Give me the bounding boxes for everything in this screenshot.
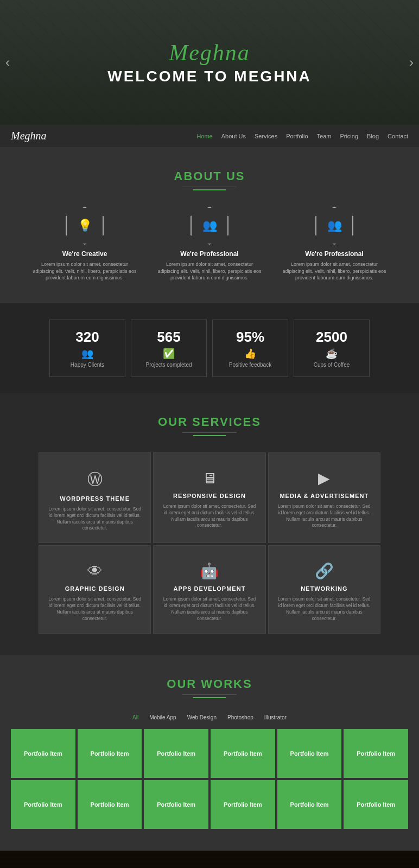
hero-content: Meghna WELCOME TO MEGHNA (107, 40, 312, 85)
service-desc-5: Lorem ipsum dolor sit amet, consectetur.… (277, 596, 371, 622)
nav-brand[interactable]: Meghna (11, 130, 47, 142)
portfolio-item-0[interactable]: Portfolio Item (11, 729, 75, 778)
stat-feedback: 95% 👍 Positive feedback (212, 320, 288, 377)
stat-icon-0: 👥 (61, 348, 114, 360)
stat-number-3: 2500 (305, 329, 358, 346)
service-title-5: NETWORKING (277, 585, 371, 592)
stats-grid: 320 👥 Happy Clients 565 ✅ Projects compl… (11, 320, 408, 377)
service-networking: 🔗 NETWORKING Lorem ipsum dolor sit amet,… (268, 545, 380, 634)
about-item-0: 💡 We're Creative Lorem ipsum dolor sit a… (30, 207, 139, 282)
professional-icon-1: 👥 (191, 207, 228, 245)
services-title-line (182, 432, 237, 433)
nav-links: Home About Us Services Portfolio Team Pr… (196, 133, 408, 139)
filter-all[interactable]: All (132, 714, 138, 720)
portfolio-item-4[interactable]: Portfolio Item (277, 729, 342, 778)
about-desc-0: Lorem ipsum dolor sit amet, consectetur … (30, 261, 139, 282)
navbar: Meghna Home About Us Services Portfolio … (0, 125, 419, 148)
service-wordpress: Ⓦ WORDPRESS THEME Lorem ipsum dolor sit … (39, 452, 151, 544)
service-desc-4: Lorem ipsum dolor sit amet, consectetur.… (162, 596, 256, 622)
hero-next-arrow[interactable]: › (409, 55, 414, 70)
stat-label-1: Projects completed (142, 362, 195, 368)
portfolio-item-6[interactable]: Portfolio Item (11, 780, 75, 829)
services-grid: Ⓦ WORDPRESS THEME Lorem ipsum dolor sit … (39, 452, 380, 634)
about-section: ABOUT US 💡 We're Creative Lorem ipsum do… (0, 148, 419, 303)
service-title-0: WORDPRESS THEME (48, 495, 142, 502)
about-heading-0: We're Creative (30, 250, 139, 258)
about-item-1: 👥 We're Professional Lorem ipsum dolor s… (155, 207, 264, 282)
stats-section: 320 👥 Happy Clients 565 ✅ Projects compl… (0, 303, 419, 393)
about-desc-2: Lorem ipsum dolor sit amet, consectetur … (280, 261, 389, 282)
service-title-4: APPS DEVELOPMENT (162, 585, 256, 592)
about-title: ABOUT US (11, 169, 408, 183)
services-section: OUR SERVICES Ⓦ WORDPRESS THEME Lorem ips… (0, 393, 419, 655)
service-media: ▶ MEDIA & ADVERTISEMENT Lorem ipsum dolo… (268, 452, 380, 544)
stat-projects: 565 ✅ Projects completed (131, 320, 207, 377)
portfolio-item-2[interactable]: Portfolio Item (144, 729, 208, 778)
stat-label-2: Positive feedback (224, 362, 277, 368)
play-icon: ▶ (277, 469, 371, 487)
about-desc-1: Lorem ipsum dolor sit amet, consectetur … (155, 261, 264, 282)
nav-link-about[interactable]: About Us (221, 133, 246, 139)
stat-number-2: 95% (224, 329, 277, 346)
service-desc-1: Lorem ipsum dolor sit amet, consectetur.… (162, 503, 256, 529)
android-icon: 🤖 (162, 562, 256, 580)
stat-happy-clients: 320 👥 Happy Clients (49, 320, 125, 377)
wordpress-icon: Ⓦ (48, 469, 142, 490)
creative-icon: 💡 (66, 207, 104, 245)
works-title-line (182, 694, 237, 695)
service-graphic: 👁 GRAPHIC DESIGN Lorem ipsum dolor sit a… (39, 545, 151, 634)
nav-link-blog[interactable]: Blog (367, 133, 379, 139)
eye-icon: 👁 (48, 562, 142, 580)
stat-coffee: 2500 ☕ Cups of Coffee (294, 320, 370, 377)
stat-number-0: 320 (61, 329, 114, 346)
filter-web[interactable]: Web Design (187, 714, 217, 720)
works-filter: All Mobile App Web Design Photoshop Illu… (11, 714, 408, 720)
filter-illustrator[interactable]: Illustrator (264, 714, 287, 720)
nav-link-services[interactable]: Services (255, 133, 277, 139)
stat-icon-2: 👍 (224, 348, 277, 360)
services-underline (193, 435, 226, 436)
portfolio-item-10[interactable]: Portfolio Item (277, 780, 342, 829)
works-title: OUR WORKS (11, 677, 408, 691)
filter-photoshop[interactable]: Photoshop (227, 714, 253, 720)
portfolio-item-9[interactable]: Portfolio Item (211, 780, 275, 829)
title-underline (193, 189, 226, 190)
hero-brand: Meghna (107, 40, 312, 66)
services-title: OUR SERVICES (11, 415, 408, 429)
skills-section: OUR SKILLS 80% Ⓦ Wordpress 90% 🛡 HTML 5 … (0, 851, 419, 868)
portfolio-item-7[interactable]: Portfolio Item (78, 780, 142, 829)
about-grid: 💡 We're Creative Lorem ipsum dolor sit a… (11, 207, 408, 282)
professional-icon-2: 👥 (315, 207, 353, 245)
portfolio-item-1[interactable]: Portfolio Item (78, 729, 142, 778)
nav-link-contact[interactable]: Contact (388, 133, 408, 139)
nav-link-pricing[interactable]: Pricing (340, 133, 358, 139)
hero-title: WELCOME TO MEGHNA (107, 68, 312, 85)
portfolio-item-5[interactable]: Portfolio Item (344, 729, 408, 778)
about-heading-1: We're Professional (155, 250, 264, 258)
works-underline (193, 697, 226, 698)
nav-link-home[interactable]: Home (196, 133, 212, 139)
service-title-3: GRAPHIC DESIGN (48, 585, 142, 592)
service-desc-3: Lorem ipsum dolor sit amet, consectetur.… (48, 596, 142, 622)
stat-icon-3: ☕ (305, 348, 358, 360)
chain-icon: 🔗 (277, 562, 371, 580)
stat-number-1: 565 (142, 329, 195, 346)
hero-prev-arrow[interactable]: ‹ (5, 55, 10, 70)
stat-icon-1: ✅ (142, 348, 195, 360)
hero-section: ‹ Meghna WELCOME TO MEGHNA › (0, 0, 419, 125)
title-line (182, 187, 237, 187)
service-desc-2: Lorem ipsum dolor sit amet, consectetur.… (277, 503, 371, 529)
stat-label-0: Happy Clients (61, 362, 114, 368)
portfolio-item-3[interactable]: Portfolio Item (211, 729, 275, 778)
about-heading-2: We're Professional (280, 250, 389, 258)
service-desc-0: Lorem ipsum dolor sit amet, consectetur.… (48, 506, 142, 532)
nav-link-team[interactable]: Team (317, 133, 332, 139)
portfolio-item-8[interactable]: Portfolio Item (144, 780, 208, 829)
service-responsive: 🖥 RESPONSIVE DESIGN Lorem ipsum dolor si… (153, 452, 265, 544)
filter-mobile[interactable]: Mobile App (149, 714, 176, 720)
nav-link-portfolio[interactable]: Portfolio (286, 133, 308, 139)
service-title-2: MEDIA & ADVERTISEMENT (277, 493, 371, 499)
monitor-icon: 🖥 (162, 469, 256, 487)
portfolio-item-11[interactable]: Portfolio Item (344, 780, 408, 829)
service-title-1: RESPONSIVE DESIGN (162, 493, 256, 499)
